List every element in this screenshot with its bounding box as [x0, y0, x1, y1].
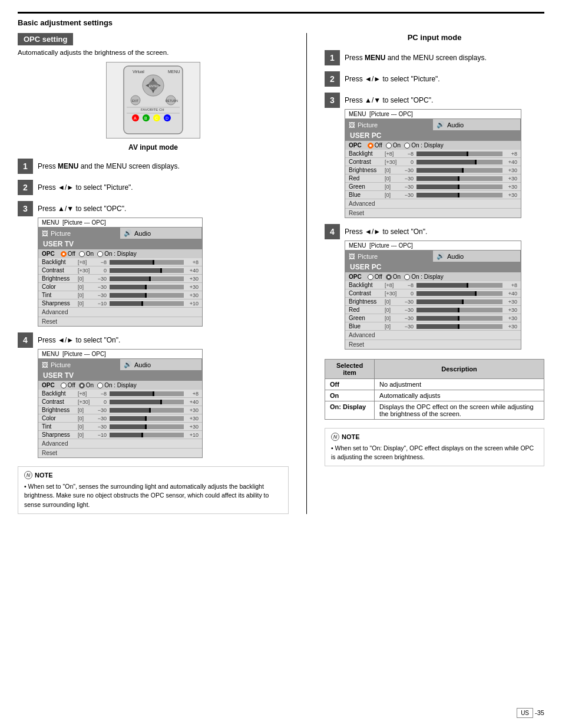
radio-ondisplay-circle-l4 [97, 383, 103, 388]
setting-value: 0 [95, 399, 107, 405]
table-col2: Description [375, 360, 544, 379]
settings-rows-r3: Backlight[+8]−8+8Contrast[+30]0+40Bright… [345, 150, 521, 199]
opc-label-l4: OPC [42, 382, 55, 388]
remote-svg: Virtual MENU ENTER EXIT RETURN [112, 65, 194, 136]
settings-rows-r4: Backlight[+8]−8+8Contrast[+30]0+40Bright… [345, 281, 521, 331]
setting-value: −30 [402, 299, 414, 305]
step-r4-text: Press ◄/► to select "On". [345, 224, 544, 237]
note-text-left: • When set to "On", senses the surroundi… [24, 482, 282, 510]
setting-label: Brightness [42, 275, 76, 282]
setting-label: Color [42, 284, 76, 290]
right-step-3: 3 Press ▲/▼ to select "OPC". MENU [Pictu… [325, 93, 544, 218]
setting-value: −30 [402, 176, 414, 182]
radio-group-r4: Off On On : Display [368, 274, 444, 280]
svg-text:A: A [134, 116, 137, 120]
setting-max: +30 [187, 284, 199, 290]
left-column: OPC setting Automatically adjusts the br… [18, 33, 289, 514]
slider-container [110, 276, 184, 281]
picture-icon: 🖼 [42, 230, 48, 237]
tab-picture: 🖼 Picture [38, 228, 120, 239]
setting-max: +10 [187, 432, 199, 438]
slider-container [416, 299, 503, 304]
reset-l3: Reset [38, 317, 202, 326]
svg-text:EXIT: EXIT [132, 99, 138, 103]
setting-row: Backlight[+8]−8+8 [38, 390, 202, 398]
tab-picture-r4: 🖼 Picture [345, 251, 433, 262]
right-step-4: 4 Press ◄/► to select "On". MENU [Pictur… [325, 224, 544, 350]
setting-label: Color [42, 415, 76, 421]
radio-ondisplay-r3: On : Display [404, 142, 443, 149]
setting-max: +30 [187, 424, 199, 430]
left-step-4: 4 Press ◄/► to select "On". MENU [Pictur… [18, 332, 289, 458]
setting-bracket: [+8] [78, 259, 93, 265]
audio-icon-l4: 🔊 [124, 361, 132, 368]
setting-bracket: [+30] [385, 291, 400, 297]
opc-row-l4: OPC Off On [38, 381, 202, 390]
note-text-right: • When set to "On: Display", OPC effect … [331, 444, 538, 463]
setting-max: +8 [505, 282, 517, 288]
setting-bracket: [0] [78, 301, 93, 307]
step-2-text: Press ◄/► to select "Picture". [38, 180, 133, 193]
setting-value: −30 [95, 284, 107, 290]
setting-bracket: [+30] [385, 159, 400, 165]
setting-bracket: [0] [385, 307, 400, 313]
setting-value: −30 [402, 184, 414, 190]
slider-container [110, 260, 184, 265]
setting-label: Contrast [42, 267, 76, 274]
radio-ondisplay-l4: On : Display [97, 382, 136, 388]
slider-container [416, 316, 503, 321]
svg-text:FAVORITE CH: FAVORITE CH [141, 108, 164, 111]
main-content: OPC setting Automatically adjusts the br… [18, 33, 544, 514]
step-4-text: Press ◄/► to select "On". [38, 332, 289, 345]
setting-value: −8 [95, 259, 107, 265]
right-step-2: 2 Press ◄/► to select "Picture". [325, 71, 544, 87]
step-r1-text: Press MENU and the MENU screen displays. [345, 50, 487, 63]
advanced-l4: Advanced [38, 439, 202, 449]
radio-on-circle-r4 [386, 274, 392, 280]
tab-audio-r3: 🔊 Audio [433, 119, 521, 130]
right-column: PC input mode 1 Press MENU and the MENU … [325, 33, 544, 514]
setting-max: +30 [505, 176, 517, 182]
setting-row: Contrast[+30]0+40 [345, 289, 521, 298]
note-left: N NOTE • When set to "On", senses the su… [18, 466, 289, 514]
radio-off-l4: Off [61, 382, 75, 388]
setting-value: −8 [402, 151, 414, 157]
setting-max: +10 [187, 301, 199, 307]
slider-container [110, 400, 184, 404]
setting-row: Sharpness[0]−10+10 [38, 299, 202, 308]
menu-tabs-r3: 🖼 Picture 🔊 Audio [345, 119, 521, 130]
slider-container [416, 308, 503, 312]
menu-tabs: 🖼 Picture 🔊 Audio [38, 228, 202, 239]
setting-value: −10 [95, 301, 107, 307]
radio-group-r3: Off On On : Display [368, 142, 444, 149]
setting-max: +30 [505, 299, 517, 305]
setting-value: −8 [402, 282, 414, 288]
step-3-text: Press ▲/▼ to select "OPC". [38, 201, 289, 214]
menu-tabs-l4: 🖼 Picture 🔊 Audio [38, 359, 202, 370]
radio-ondisplay-circle-r3 [404, 143, 410, 149]
radio-on: On [79, 251, 94, 257]
setting-row: Color[0]−30+30 [38, 414, 202, 423]
step-number-r4: 4 [325, 224, 340, 239]
slider-container [110, 424, 184, 429]
note-icon-left: N [24, 471, 32, 479]
setting-max: +40 [187, 268, 199, 274]
setting-value: −8 [95, 391, 107, 397]
svg-text:Virtual: Virtual [133, 70, 144, 74]
setting-label: Brightness [349, 298, 383, 305]
audio-icon-r4: 🔊 [437, 252, 445, 260]
setting-label: Blue [349, 323, 383, 330]
setting-label: Sharpness [42, 300, 76, 307]
table-cell-item: On [325, 390, 375, 401]
setting-value: −10 [95, 432, 107, 438]
setting-label: Contrast [349, 290, 383, 297]
user-header-l4: USER TV [38, 370, 202, 381]
setting-value: −30 [95, 424, 107, 430]
setting-label: Contrast [42, 398, 76, 405]
setting-max: +8 [187, 391, 199, 397]
setting-row: Sharpness[0]−10+10 [38, 431, 202, 439]
table-cell-desc: Displays the OPC effect on the screen wh… [375, 401, 544, 420]
picture-icon-r3: 🖼 [349, 121, 355, 129]
radio-on-l4: On [79, 382, 94, 388]
setting-bracket: [0] [385, 176, 400, 182]
